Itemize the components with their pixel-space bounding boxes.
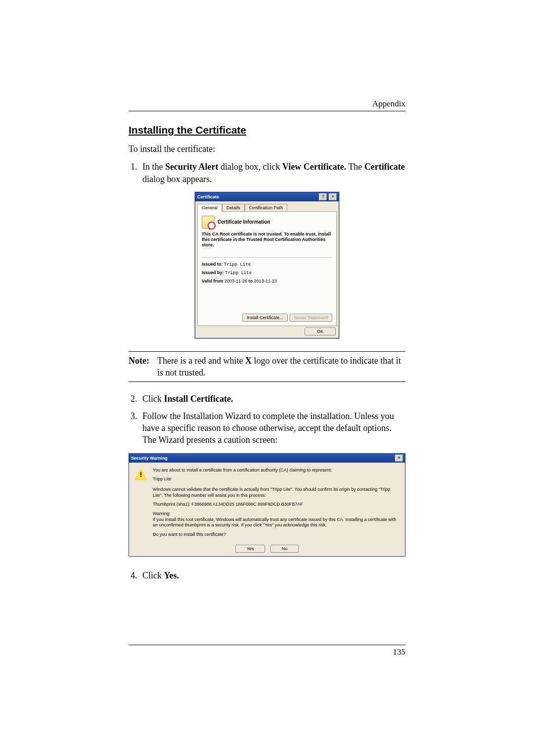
tab-panel-general: Certificate Information This CA Root cer… bbox=[197, 211, 337, 326]
note-text: There is a red and white X logo over the… bbox=[157, 355, 405, 379]
yes-button[interactable]: Yes bbox=[235, 545, 266, 553]
certificate-icon bbox=[202, 216, 215, 229]
warning-icon bbox=[134, 468, 148, 481]
dialog-titlebar: Certificate ? × bbox=[195, 192, 339, 201]
dialog-title: Certificate bbox=[197, 194, 219, 199]
valid-range: Valid from 2003-11-26 to 2013-11-23 bbox=[202, 279, 332, 284]
install-certificate-button[interactable]: Install Certificate... bbox=[242, 314, 288, 322]
steps-list-2: Click Install Certificate. Follow the In… bbox=[129, 393, 405, 446]
step-1: In the Security Alert dialog box, click … bbox=[139, 161, 405, 185]
tab-cert-path[interactable]: Certification Path bbox=[245, 204, 288, 212]
steps-list-3: Click Yes. bbox=[129, 569, 405, 581]
security-warning-figure: Security Warning × You are about to inst… bbox=[129, 453, 405, 557]
note-callout: Note: There is a red and white X logo ov… bbox=[129, 351, 405, 382]
page-number: 135 bbox=[129, 645, 405, 657]
cert-trust-warning: This CA Root certificate is not trusted.… bbox=[202, 232, 332, 248]
tab-details[interactable]: Details bbox=[222, 204, 245, 212]
step-3: Follow the Installation Wizard to comple… bbox=[139, 410, 405, 446]
warning-text: You are about to install a certificate f… bbox=[153, 468, 400, 541]
tab-general[interactable]: General bbox=[197, 204, 222, 212]
issued-by: Issued by: Tripp Lite bbox=[202, 270, 332, 276]
titlebar-buttons: × bbox=[395, 455, 403, 462]
document-page: Appendix Installing the Certificate To i… bbox=[0, 0, 534, 756]
section-heading: Installing the Certificate bbox=[129, 124, 405, 136]
steps-list: In the Security Alert dialog box, click … bbox=[129, 161, 405, 185]
issued-to: Issued to: Tripp Lite bbox=[202, 262, 332, 267]
certificate-dialog-figure: Certificate ? × General Details Certific… bbox=[129, 192, 405, 338]
dialog-titlebar: Security Warning × bbox=[129, 454, 405, 463]
dialog-title: Security Warning bbox=[131, 456, 168, 461]
close-button[interactable]: × bbox=[395, 455, 403, 462]
intro-text: To install the certificate: bbox=[129, 143, 405, 155]
running-header: Appendix bbox=[129, 99, 405, 111]
no-button[interactable]: No bbox=[270, 545, 299, 553]
tab-strip: General Details Certification Path bbox=[197, 203, 337, 211]
certificate-dialog: Certificate ? × General Details Certific… bbox=[195, 192, 339, 338]
ok-button[interactable]: OK bbox=[305, 328, 336, 335]
titlebar-buttons: ? × bbox=[318, 193, 337, 200]
step-2: Click Install Certificate. bbox=[139, 393, 405, 405]
cert-info-heading: Certificate Information bbox=[218, 219, 270, 225]
help-button[interactable]: ? bbox=[319, 193, 327, 200]
step-4: Click Yes. bbox=[139, 569, 405, 581]
security-warning-dialog: Security Warning × You are about to inst… bbox=[129, 453, 405, 557]
issuer-statement-button: Issuer Statement bbox=[290, 314, 332, 322]
note-label: Note: bbox=[129, 355, 157, 379]
close-button[interactable]: × bbox=[329, 193, 337, 200]
